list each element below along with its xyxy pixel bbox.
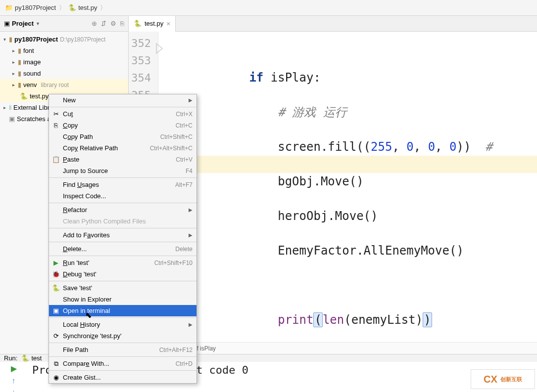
menu-label: Copy Relative Path <box>63 144 150 152</box>
menu-item[interactable]: ◉Create Gist... <box>49 372 196 383</box>
menu-label: New <box>63 96 193 104</box>
diff-icon: ⧉ <box>52 360 60 368</box>
tree-root-label: py1807Project <box>14 36 58 43</box>
tree-folder-sound[interactable]: ▸▮sound <box>0 68 128 79</box>
menu-label: Refactor <box>63 206 193 214</box>
watermark-text: 创新互联 <box>500 376 522 383</box>
run-label: Run: <box>4 354 17 362</box>
menu-separator <box>49 177 196 178</box>
menu-separator <box>49 256 196 256</box>
project-title[interactable]: Project <box>12 20 34 27</box>
menu-item[interactable]: Inspect Code... <box>49 190 196 202</box>
menu-label: Cut <box>63 110 176 118</box>
menu-separator <box>49 356 196 357</box>
shortcut: Ctrl+D <box>176 360 193 367</box>
menu-label: Clean Python Compiled Files <box>63 218 193 225</box>
collapse-icon[interactable]: ⇵ <box>101 20 106 27</box>
menu-label: Run 'test' <box>63 259 154 266</box>
menu-item[interactable]: ⟳Synchronize 'test.py' <box>49 330 196 342</box>
menu-item[interactable]: ▶Run 'test'Ctrl+Shift+F10 <box>49 257 196 268</box>
menu-item[interactable]: Copy PathCtrl+Shift+C <box>49 131 196 142</box>
menu-label: Save 'test' <box>63 284 193 292</box>
run-icon[interactable]: ▶ <box>11 364 17 373</box>
chevron-right-icon[interactable]: ▸ <box>11 48 16 53</box>
menu-label: Delete... <box>63 245 175 253</box>
shortcut: Ctrl+Alt+Shift+C <box>150 145 193 152</box>
menu-item[interactable]: Add to Favorites▶ <box>49 229 196 241</box>
menu-item[interactable]: Refactor▶ <box>49 204 196 216</box>
dropdown-icon[interactable]: ▼ <box>36 21 40 26</box>
shortcut: Ctrl+Alt+F12 <box>159 347 193 353</box>
menu-separator <box>49 317 196 318</box>
tree-folder-font[interactable]: ▸▮font <box>0 45 128 56</box>
menu-item[interactable]: 🐞Debug 'test' <box>49 268 196 280</box>
menu-item[interactable]: New▶ <box>49 94 196 106</box>
tree-folder-image[interactable]: ▸▮image <box>0 56 128 68</box>
line-number: 354 <box>129 69 151 87</box>
folder-label: sound <box>23 70 41 77</box>
menu-label: Compare With... <box>63 360 176 367</box>
copy-icon: ⎘ <box>52 122 60 130</box>
tree-venv[interactable]: ▸ ▮ venv library root <box>0 79 128 90</box>
close-icon[interactable]: × <box>166 20 170 28</box>
shortcut: Ctrl+Shift+C <box>160 133 193 140</box>
menu-item[interactable]: ⎘CopyCtrl+C <box>49 120 196 131</box>
arrow-up-icon[interactable]: ↑ <box>12 376 16 385</box>
menu-item[interactable]: Show in Explorer <box>49 294 196 305</box>
menu-separator <box>49 242 196 242</box>
python-file-icon: 🐍 <box>134 20 142 27</box>
menu-item[interactable]: 🐍Save 'test' <box>49 282 196 294</box>
hide-icon[interactable]: ⎘ <box>120 20 124 27</box>
tree-root[interactable]: ▾ ▮ py1807Project D:\py1807Project <box>0 34 128 45</box>
chevron-down-icon[interactable]: ▾ <box>2 37 7 42</box>
shortcut: F4 <box>186 168 193 174</box>
run-config: test <box>31 354 42 362</box>
scratches-icon: ▣ <box>9 115 15 123</box>
sync-icon: ⟳ <box>52 332 60 340</box>
menu-item[interactable]: Copy Relative PathCtrl+Alt+Shift+C <box>49 142 196 154</box>
paste-icon: 📋 <box>52 156 60 164</box>
play-icon: ▶ <box>52 259 60 267</box>
menu-item[interactable]: 📋PasteCtrl+V <box>49 154 196 165</box>
menu-item[interactable]: ✂CutCtrl+X <box>49 108 196 120</box>
arrow-down-icon[interactable]: ↓ <box>12 388 16 392</box>
crumb-item[interactable]: if isPlay <box>195 345 216 352</box>
menu-label: File Path <box>63 346 159 353</box>
breadcrumb-file[interactable]: 🐍 test.py <box>68 4 97 11</box>
menu-item[interactable]: File PathCtrl+Alt+F12 <box>49 344 196 355</box>
gear-icon[interactable]: ⚙ <box>110 20 116 27</box>
tab-testpy[interactable]: 🐍 test.py × <box>129 16 176 32</box>
logo-icon: CX <box>484 374 497 385</box>
folder-icon: ▮ <box>18 47 21 54</box>
shortcut: Ctrl+V <box>176 156 193 163</box>
chevron-right-icon[interactable]: ▸ <box>2 105 7 110</box>
menu-label: Paste <box>63 156 176 163</box>
menu-separator <box>49 228 196 228</box>
menu-label: Jump to Source <box>63 167 186 174</box>
menu-item[interactable]: Local History▶ <box>49 319 196 330</box>
menu-label: Show in Explorer <box>63 296 193 303</box>
shortcut: Ctrl+X <box>176 111 193 118</box>
folder-label: font <box>23 47 34 54</box>
breadcrumb-file-label: test.py <box>78 4 97 11</box>
chevron-right-icon: ▶ <box>189 207 193 213</box>
breadcrumb: 📁 py1807Project 〉 🐍 test.py 〉 <box>0 0 537 16</box>
chevron-right-icon[interactable]: ▸ <box>11 59 16 65</box>
menu-label: Synchronize 'test.py' <box>63 332 193 340</box>
breadcrumb-project[interactable]: 📁 py1807Project <box>5 4 56 11</box>
menu-item[interactable]: ▣Open in terminal <box>49 305 196 316</box>
menu-label: Add to Favorites <box>63 231 193 239</box>
project-view-icon: ▣ <box>4 20 10 27</box>
code-content[interactable]: if isPlay: # 游戏 运行 screen.fill((255, 0, … <box>158 32 537 342</box>
line-number: 352 <box>129 35 151 52</box>
python-file-icon: 🐍 <box>21 354 29 362</box>
menu-item[interactable]: Jump to SourceF4 <box>49 165 196 176</box>
chevron-right-icon[interactable]: ▸ <box>11 82 16 87</box>
menu-item[interactable]: ⧉Compare With...Ctrl+D <box>49 358 196 369</box>
menu-item[interactable]: Find UsagesAlt+F7 <box>49 179 196 190</box>
chevron-right-icon[interactable]: ▸ <box>11 71 16 76</box>
menu-item[interactable]: Delete...Delete <box>49 243 196 255</box>
gh-icon: ◉ <box>52 374 60 382</box>
folder-icon: 📁 <box>5 4 13 11</box>
scope-icon[interactable]: ⊕ <box>92 20 97 27</box>
